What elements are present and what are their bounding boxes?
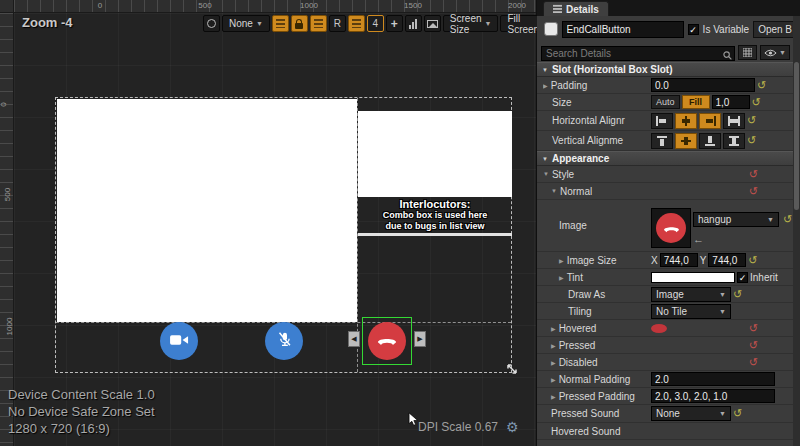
size-value-input[interactable]: [712, 95, 750, 109]
view-options-button[interactable]: ▼: [760, 45, 790, 60]
designer-canvas[interactable]: 0 500 1000 1500 2000 0 500 1000 Zoom -4 …: [0, 0, 537, 446]
expander-icon[interactable]: ▶: [559, 274, 564, 281]
snap-grid-button[interactable]: [310, 15, 327, 32]
property-row-style: ▼Style ↺: [537, 166, 800, 183]
is-variable-checkbox[interactable]: ✓: [688, 24, 699, 35]
lock-icon: [295, 23, 303, 29]
expander-icon[interactable]: ▼: [551, 188, 557, 194]
details-scrollbar[interactable]: [793, 16, 800, 446]
outline-mode-button[interactable]: [348, 15, 365, 32]
halign-right-button[interactable]: [699, 113, 721, 129]
property-matrix-button[interactable]: [738, 45, 757, 60]
main-white-panel[interactable]: [57, 99, 357, 322]
expander-icon[interactable]: ▶: [551, 393, 556, 400]
expander-icon[interactable]: ▶: [551, 376, 556, 383]
tint-label: Tint: [567, 272, 583, 283]
reset-to-default-icon[interactable]: ↺: [747, 135, 756, 146]
align-top-icon: [656, 136, 668, 146]
details-panel: Details ✓ Is Variable Open B: [537, 0, 800, 446]
image-asset-dropdown[interactable]: hangup ▼: [693, 212, 779, 227]
stats-button[interactable]: [405, 15, 422, 32]
reset-to-default-icon[interactable]: ↺: [749, 340, 758, 351]
section-appearance-title: Appearance: [552, 153, 609, 164]
hovered-brush-preview: [651, 324, 667, 333]
use-selected-asset-icon[interactable]: ←: [693, 233, 704, 245]
nav-right-handle[interactable]: ▶: [414, 331, 426, 347]
reset-to-default-icon[interactable]: ↺: [748, 255, 757, 266]
lock-widgets-button[interactable]: [291, 15, 308, 32]
tab-details[interactable]: Details: [543, 1, 609, 16]
preview-image-button[interactable]: [424, 15, 441, 32]
draw-as-dropdown[interactable]: Image ▼: [651, 287, 731, 302]
combo-box-panel[interactable]: [358, 111, 512, 197]
valign-center-button[interactable]: [675, 133, 697, 149]
show-grid-button[interactable]: [272, 15, 289, 32]
halign-center-button[interactable]: [675, 113, 697, 129]
reset-to-default-icon[interactable]: ↺: [752, 97, 761, 108]
reset-to-default-icon[interactable]: ↺: [749, 357, 758, 368]
section-slot[interactable]: ▼ Slot (Horizontal Box Slot): [537, 62, 800, 77]
expander-icon[interactable]: ▶: [543, 82, 548, 89]
brush-preview[interactable]: [651, 208, 691, 248]
r-toggle-button[interactable]: R: [329, 15, 346, 32]
interlocutors-title: Interlocutors:: [358, 198, 512, 210]
align-fill-horizontal-icon: [728, 116, 740, 126]
halign-label: Horizontal Alignr: [543, 115, 625, 126]
localization-preview-dropdown[interactable]: None ▼: [222, 15, 270, 32]
reset-to-default-icon[interactable]: ↺: [733, 408, 742, 419]
halign-fill-button[interactable]: [723, 113, 745, 129]
size-fill-button[interactable]: Fill: [682, 95, 710, 109]
tint-color-swatch[interactable]: [651, 272, 735, 283]
halign-left-button[interactable]: [651, 113, 673, 129]
image-size-x-input[interactable]: [660, 253, 698, 267]
widget-name-input[interactable]: [562, 21, 684, 38]
inherit-checkbox[interactable]: ✓: [737, 272, 748, 283]
open-binding-button[interactable]: Open B: [753, 21, 796, 38]
pressed-padding-input[interactable]: [651, 389, 775, 403]
gear-icon[interactable]: ⚙: [506, 420, 519, 434]
padding-input[interactable]: [651, 78, 755, 92]
r-label: R: [334, 18, 341, 29]
expander-icon[interactable]: ▶: [559, 257, 564, 264]
reset-to-default-icon[interactable]: ↺: [783, 214, 792, 225]
screen-size-dropdown[interactable]: Screen Size ▼: [443, 15, 499, 32]
localization-preview-value: None: [229, 18, 253, 29]
image-size-y-input[interactable]: [708, 253, 746, 267]
padding-label: Padding: [551, 80, 588, 91]
expander-icon[interactable]: ▶: [551, 325, 556, 332]
property-row-image: Image hangup ▼ ↺ ←: [537, 200, 800, 252]
reset-to-default-icon[interactable]: ↺: [757, 80, 766, 91]
scrollbar-thumb[interactable]: [794, 62, 799, 210]
reset-to-default-icon[interactable]: ↺: [733, 289, 742, 300]
valign-bottom-button[interactable]: [699, 133, 721, 149]
pressed-sound-dropdown[interactable]: None ▼: [651, 406, 731, 421]
reset-to-default-icon[interactable]: ↺: [749, 169, 758, 180]
expander-icon[interactable]: ▶: [551, 342, 556, 349]
y-label: Y: [700, 255, 707, 266]
hovered-sound-label: Hovered Sound: [551, 426, 621, 437]
search-details-input[interactable]: [541, 46, 735, 61]
end-call-button[interactable]: [368, 322, 406, 360]
chevron-down-icon: ▼: [256, 20, 263, 27]
size-auto-button[interactable]: Auto: [651, 95, 680, 109]
resize-handle-icon[interactable]: [505, 362, 519, 380]
nav-left-handle[interactable]: ◀: [348, 331, 360, 347]
grid-size-button[interactable]: 4: [367, 15, 384, 32]
normal-padding-input[interactable]: [651, 372, 775, 386]
reset-to-default-icon[interactable]: ↺: [749, 323, 758, 334]
normal-padding-label: Normal Padding: [559, 374, 631, 385]
reset-to-default-icon[interactable]: ↺: [749, 186, 758, 197]
transform-mode-button[interactable]: +: [386, 15, 403, 32]
collapse-arrow-icon: ▼: [542, 67, 548, 73]
section-appearance[interactable]: ▼ Appearance: [537, 151, 800, 166]
tiling-dropdown[interactable]: No Tile ▼: [651, 304, 731, 319]
valign-top-button[interactable]: [651, 133, 673, 149]
preview-mode-button[interactable]: [203, 15, 220, 32]
expander-icon[interactable]: ▼: [543, 171, 549, 177]
mute-mic-button[interactable]: [265, 322, 303, 360]
camera-button[interactable]: [160, 322, 198, 360]
expander-icon[interactable]: ▶: [551, 359, 556, 366]
valign-fill-button[interactable]: [723, 133, 745, 149]
resolution-label: 1280 x 720 (16:9): [8, 420, 155, 437]
reset-to-default-icon[interactable]: ↺: [747, 115, 756, 126]
